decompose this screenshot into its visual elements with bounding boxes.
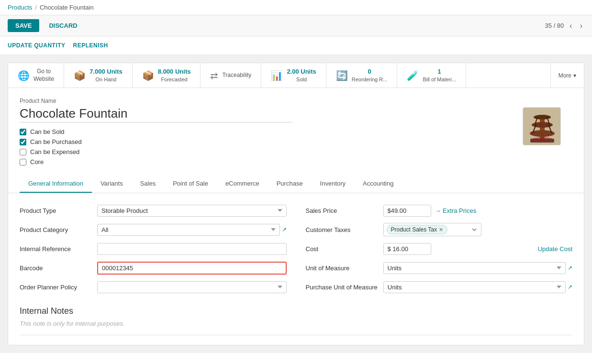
tab-purchase[interactable]: Purchase <box>268 175 312 193</box>
on-hand-label: On Hand <box>89 76 123 83</box>
can-be-purchased-checkbox[interactable]: Can be Purchased <box>20 138 572 145</box>
traceability-button[interactable]: ⇄ Traceability <box>201 63 261 88</box>
barcode-row: Barcode <box>20 260 287 276</box>
breadcrumb-bar: Products / Chocolate Fountain <box>0 0 592 15</box>
sold-value: 2.00 Units <box>287 68 316 76</box>
uom-select[interactable]: Units <box>383 262 566 274</box>
product-name-input[interactable] <box>20 105 292 122</box>
internal-reference-input[interactable] <box>97 243 287 255</box>
internal-notes-placeholder: This note is only for internal purposes. <box>20 320 572 327</box>
update-quantity-button[interactable]: UPDATE QUANTITY <box>8 40 66 51</box>
tab-ecommerce[interactable]: eCommerce <box>217 175 268 193</box>
tab-accounting[interactable]: Accounting <box>354 175 402 193</box>
internal-notes-section: Internal Notes This note is only for int… <box>20 306 572 335</box>
tax-tag-label: Product Sales Tax <box>391 226 437 233</box>
toolbar-actions: SAVE DISCARD <box>8 19 83 32</box>
product-category-wrapper: All ↗ <box>97 224 287 236</box>
discard-button[interactable]: DISCARD <box>43 19 83 32</box>
sold-label: Sold <box>287 76 316 83</box>
sales-price-row: Sales Price → Extra Prices <box>306 203 573 218</box>
sales-price-input[interactable] <box>383 205 431 217</box>
product-type-row: Product Type Storable Product Consumable… <box>20 203 287 218</box>
breadcrumb-parent[interactable]: Products <box>8 4 32 11</box>
product-category-row: Product Category All ↗ <box>20 222 287 237</box>
order-planner-select[interactable] <box>97 281 287 293</box>
form-body: Product Name Can be Sold Can be Purchase… <box>8 88 584 345</box>
breadcrumb-separator: / <box>35 4 37 11</box>
units-sold-button[interactable]: 📊 2.00 Units Sold <box>261 63 326 88</box>
tab-variants[interactable]: Variants <box>92 175 132 193</box>
tab-content-general: Product Type Storable Product Consumable… <box>20 193 572 335</box>
barcode-label: Barcode <box>20 265 91 272</box>
product-category-external-link[interactable]: ↗ <box>282 226 287 233</box>
product-type-value: Storable Product Consumable Service <box>97 205 287 217</box>
barcode-value <box>97 262 287 275</box>
tabs-row: General Information Variants Sales Point… <box>8 175 584 193</box>
customer-taxes-row: Customer Taxes Product Sales Tax ✕ <box>306 222 573 237</box>
customer-taxes-select[interactable] <box>449 226 478 233</box>
units-forecasted-button[interactable]: 📦 8.000 Units Forecasted <box>133 63 201 88</box>
purchase-uom-external-link[interactable]: ↗ <box>568 284 572 290</box>
product-type-label: Product Type <box>20 207 91 214</box>
product-category-label: Product Category <box>20 226 91 233</box>
forecasted-value: 8.000 Units <box>158 68 191 76</box>
uom-row: Unit of Measure Units ↗ <box>306 260 573 276</box>
internal-reference-row: Internal Reference <box>20 241 287 256</box>
uom-wrapper: Units ↗ <box>383 262 573 274</box>
tab-sales[interactable]: Sales <box>132 175 165 193</box>
tax-tag-remove[interactable]: ✕ <box>439 227 443 233</box>
core-checkbox[interactable]: Core <box>20 158 572 165</box>
traceability-label: Traceability <box>222 72 251 79</box>
replenish-button[interactable]: REPLENISH <box>73 40 108 51</box>
order-planner-value <box>97 281 287 293</box>
extra-prices-button[interactable]: → Extra Prices <box>435 207 477 214</box>
cost-row: Cost Update Cost <box>306 241 573 256</box>
checkboxes-group: Can be Sold Can be Purchased Can be Expe… <box>20 128 572 165</box>
go-to-website-line2: Website <box>34 76 54 83</box>
bom-button[interactable]: 🧪 1 Bill of Materi... <box>397 63 466 88</box>
action-bar: UPDATE QUANTITY REPLENISH <box>0 36 592 55</box>
product-category-select[interactable]: All <box>97 224 280 236</box>
forecasted-label: Forecasted <box>158 76 191 83</box>
tab-point-of-sale[interactable]: Point of Sale <box>164 175 217 193</box>
bom-value: 1 <box>423 68 456 76</box>
tab-inventory[interactable]: Inventory <box>312 175 354 193</box>
cost-label: Cost <box>306 245 378 253</box>
toolbar: SAVE DISCARD 35 / 80 ‹ › <box>0 15 592 36</box>
save-button[interactable]: SAVE <box>8 19 39 32</box>
svg-point-3 <box>534 115 551 120</box>
product-image[interactable] <box>523 107 561 145</box>
internal-notes-divider <box>20 335 572 335</box>
sales-price-label: Sales Price <box>306 207 378 214</box>
next-record-button[interactable]: › <box>578 21 584 31</box>
purchase-uom-row: Purchase Unit of Measure Units ↗ <box>306 279 573 295</box>
product-type-select[interactable]: Storable Product Consumable Service <box>97 205 287 217</box>
units-on-hand-button[interactable]: 📦 7.000 Units On Hand <box>64 63 133 88</box>
product-card: 🌐 Go to Website 📦 7.000 Units On Hand 📦 … <box>8 63 584 345</box>
go-to-website-button[interactable]: 🌐 Go to Website <box>8 63 64 88</box>
update-cost-button[interactable]: Update Cost <box>538 245 572 253</box>
barcode-input[interactable] <box>97 262 287 275</box>
reordering-label: Reordering R... <box>352 76 388 83</box>
breadcrumb: Products / Chocolate Fountain <box>8 4 94 11</box>
purchase-uom-label: Purchase Unit of Measure <box>306 284 378 291</box>
form-body-inner: Product Name Can be Sold Can be Purchase… <box>20 98 572 335</box>
cost-input[interactable] <box>383 243 431 255</box>
can-be-expensed-checkbox[interactable]: Can be Expensed <box>20 148 572 155</box>
tab-general-information[interactable]: General Information <box>20 175 92 193</box>
purchase-uom-wrapper: Units ↗ <box>383 281 572 293</box>
reordering-icon: 🔄 <box>336 70 348 81</box>
can-be-sold-checkbox[interactable]: Can be Sold <box>20 128 572 135</box>
smart-buttons-row: 🌐 Go to Website 📦 7.000 Units On Hand 📦 … <box>8 63 584 88</box>
customer-taxes-field[interactable]: Product Sales Tax ✕ <box>383 223 482 236</box>
purchase-uom-select[interactable]: Units <box>383 281 566 293</box>
uom-label: Unit of Measure <box>306 265 378 272</box>
order-planner-row: Order Planner Policy <box>20 279 287 295</box>
prev-record-button[interactable]: ‹ <box>568 21 574 31</box>
reordering-button[interactable]: 🔄 0 Reordering R... <box>326 63 398 88</box>
go-to-website-line1: Go to <box>34 68 54 76</box>
more-button[interactable]: More ▾ <box>550 63 584 88</box>
uom-external-link[interactable]: ↗ <box>568 265 572 271</box>
svg-point-6 <box>532 137 553 141</box>
sold-icon: 📊 <box>271 70 283 81</box>
